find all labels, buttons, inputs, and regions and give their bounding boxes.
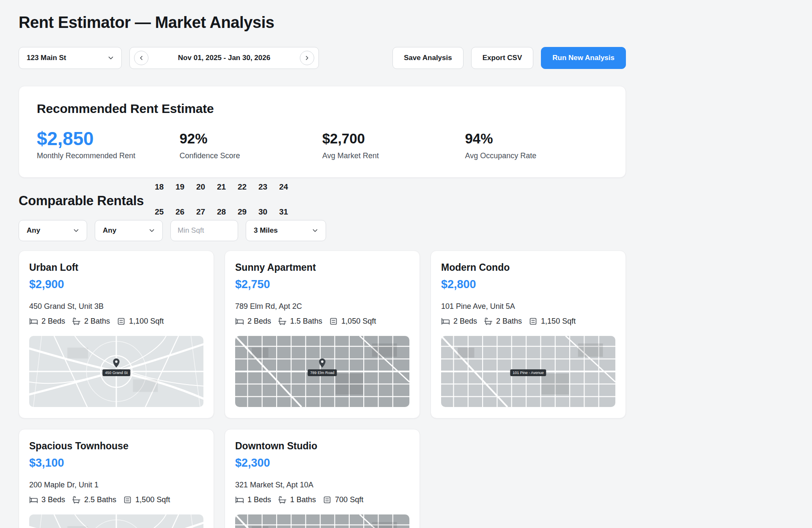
beds-value: 1 Beds	[247, 495, 271, 504]
sqft-value: 1,100 Sqft	[129, 317, 164, 326]
calendar-day[interactable]: 21	[211, 182, 232, 192]
sqft-icon	[323, 495, 332, 504]
sqft-value: 700 Sqft	[335, 495, 363, 504]
rental-name: Urban Loft	[29, 262, 203, 273]
beds-spec: 3 Beds	[29, 495, 65, 504]
calendar-day[interactable]: 28	[211, 207, 232, 217]
baths-spec: 1 Baths	[278, 495, 316, 504]
beds-spec: 2 Beds	[29, 317, 65, 326]
calendar-week-row-2: 25 26 27 28 29 30 31	[149, 207, 294, 217]
baths-spec: 2 Baths	[72, 317, 110, 326]
calendar-day[interactable]: 31	[273, 207, 294, 217]
radius-filter-select[interactable]: 3 Miles	[246, 220, 326, 241]
beds-value: 3 Beds	[41, 495, 65, 504]
date-next-button[interactable]	[300, 51, 314, 65]
sqft-value: 1,050 Sqft	[341, 317, 376, 326]
chevron-down-icon	[311, 227, 319, 234]
map-thumbnail: 450 Grand St	[29, 336, 203, 407]
rental-specs: 1 Beds 1 Baths 700 Sqft	[235, 495, 409, 504]
bath-icon	[484, 317, 493, 326]
date-range-value: Nov 01, 2025 - Jan 30, 2026	[178, 54, 270, 62]
beds-spec: 2 Beds	[235, 317, 271, 326]
save-analysis-button[interactable]: Save Analysis	[392, 47, 464, 69]
calendar-day[interactable]: 26	[170, 207, 190, 217]
bed-icon	[441, 317, 450, 326]
baths-spec: 2.5 Baths	[72, 495, 116, 504]
map-label: 450 Grand St	[102, 369, 130, 376]
chevron-down-icon	[107, 54, 115, 62]
map-thumbnail: 101 Pine - Avenue	[441, 336, 615, 407]
calendar-day[interactable]: 22	[232, 182, 252, 192]
stat-label: Monthly Recommended Rent	[37, 151, 180, 160]
calendar-day[interactable]: 30	[252, 207, 273, 217]
sqft-spec: 1,100 Sqft	[117, 317, 164, 326]
calendar-day[interactable]: 18	[149, 182, 170, 192]
min-sqft-input[interactable]	[170, 220, 238, 241]
comparables-filters: Any Any 3 Miles	[19, 220, 626, 241]
baths-value: 2 Baths	[84, 317, 110, 326]
page: Rent Estimator — Market Analysis 123 Mai…	[19, 0, 626, 528]
sqft-icon	[117, 317, 126, 326]
chevron-right-icon	[304, 55, 310, 61]
stat-value: 92%	[180, 129, 323, 149]
rental-name: Downtown Studio	[235, 440, 409, 451]
baths-filter-value: Any	[103, 226, 116, 235]
calendar-day[interactable]: 25	[149, 207, 170, 217]
rental-price: $2,800	[441, 278, 615, 291]
beds-spec: 2 Beds	[441, 317, 477, 326]
sqft-spec: 1,500 Sqft	[123, 495, 170, 504]
rental-name: Sunny Apartment	[235, 262, 409, 273]
map-pin-icon	[111, 358, 122, 368]
stat-monthly-rent: $2,850 Monthly Recommended Rent	[37, 129, 180, 160]
calendar-day[interactable]: 29	[232, 207, 252, 217]
map-thumbnail: 321 Market St	[235, 514, 409, 528]
comparable-rentals-grid: Urban Loft $2,900 450 Grand St, Unit 3B …	[19, 250, 626, 528]
address-select[interactable]: 123 Main St	[19, 47, 122, 69]
calendar-day[interactable]: 19	[170, 182, 190, 192]
calendar-week-row-1: 18 19 20 21 22 23 24	[149, 182, 294, 192]
baths-spec: 1.5 Baths	[278, 317, 322, 326]
rental-specs: 2 Beds 1.5 Baths 1,050 Sqft	[235, 317, 409, 326]
rental-specs: 2 Beds 2 Baths 1,150 Sqft	[441, 317, 615, 326]
rental-specs: 2 Beds 2 Baths 1,100 Sqft	[29, 317, 203, 326]
sqft-value: 1,500 Sqft	[135, 495, 170, 504]
stat-label: Avg Market Rent	[322, 151, 465, 160]
date-prev-button[interactable]	[134, 51, 148, 65]
bath-icon	[72, 495, 81, 504]
page-title: Rent Estimator — Market Analysis	[19, 0, 626, 32]
calendar-day[interactable]: 20	[190, 182, 211, 192]
recommended-rent-panel: Recommended Rent Estimate $2,850 Monthly…	[19, 86, 626, 178]
rental-name: Spacious Townhouse	[29, 440, 203, 451]
sqft-spec: 1,050 Sqft	[329, 317, 376, 326]
export-csv-button[interactable]: Export CSV	[471, 47, 534, 69]
rental-name: Modern Condo	[441, 262, 615, 273]
calendar-day[interactable]: 27	[190, 207, 211, 217]
rental-price: $3,100	[29, 456, 203, 469]
estimate-stats: $2,850 Monthly Recommended Rent 92% Conf…	[37, 129, 608, 160]
rental-price: $2,750	[235, 278, 409, 291]
stat-confidence: 92% Confidence Score	[180, 129, 323, 160]
bed-icon	[29, 495, 38, 504]
run-new-analysis-button[interactable]: Run New Analysis	[541, 47, 626, 69]
rental-address: 321 Market St, Apt 10A	[235, 480, 409, 490]
sqft-value: 1,150 Sqft	[541, 317, 576, 326]
rental-price: $2,900	[29, 278, 203, 291]
toolbar: 123 Main St Nov 01, 2025 - Jan 30, 2026 …	[19, 47, 626, 69]
sqft-icon	[529, 317, 538, 326]
baths-filter-select[interactable]: Any	[95, 220, 163, 241]
beds-value: 2 Beds	[41, 317, 65, 326]
stat-value: $2,850	[37, 129, 180, 149]
date-range-picker[interactable]: Nov 01, 2025 - Jan 30, 2026	[129, 47, 319, 69]
stat-avg-market-rent: $2,700 Avg Market Rent	[322, 129, 465, 160]
beds-value: 2 Beds	[453, 317, 477, 326]
sqft-icon	[123, 495, 132, 504]
calendar-day[interactable]: 24	[273, 182, 294, 192]
stat-label: Confidence Score	[180, 151, 323, 160]
sqft-icon	[329, 317, 338, 326]
rental-card: Modern Condo $2,800 101 Pine Ave, Unit 5…	[431, 250, 626, 418]
baths-value: 1 Baths	[290, 495, 316, 504]
calendar-day[interactable]: 23	[252, 182, 273, 192]
beds-filter-select[interactable]: Any	[19, 220, 87, 241]
rental-card: Urban Loft $2,900 450 Grand St, Unit 3B …	[19, 250, 214, 418]
baths-value: 1.5 Baths	[290, 317, 322, 326]
